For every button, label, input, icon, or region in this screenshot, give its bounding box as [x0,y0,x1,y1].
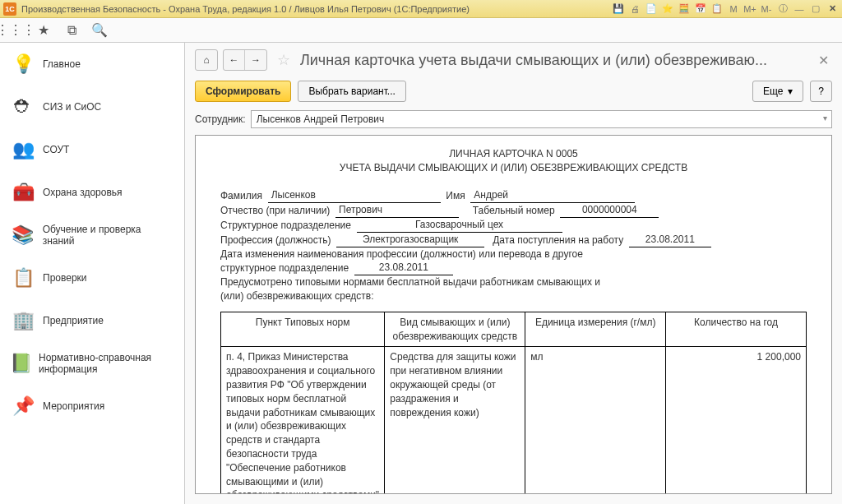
medkit-icon: 🧰 [10,179,36,206]
sidebar-item-label: СОУТ [43,144,69,155]
sidebar-item-enterprise[interactable]: 🏢Предприятие [0,299,184,342]
zoom-in-icon[interactable]: M+ [743,2,756,16]
th-qty: Количество на год [666,312,807,347]
sidebar-item-events[interactable]: 📌Мероприятия [0,385,184,428]
home-button[interactable]: ⌂ [196,50,217,70]
lamp-icon: 💡 [10,51,36,77]
th-unit: Единица измерения (г/мл) [525,312,666,347]
pin-icon: 📌 [10,393,36,419]
sidebar: 💡Главное ⛑СИЗ и СиОС 👥СОУТ 🧰Охрана здоро… [0,43,185,504]
table-row: п. 4, Приказ Министерства здравоохранени… [221,347,807,494]
cell-unit: мл [525,347,666,494]
help-button[interactable]: ? [810,81,832,102]
reference-icon: 📗 [10,350,32,377]
panel-handle[interactable] [195,284,196,308]
home-nav: ⌂ [195,49,218,71]
sidebar-item-health[interactable]: 🧰Охрана здоровья [0,171,184,214]
document-body: ЛИЧНАЯ КАРТОЧКА N 0005 УЧЕТА ВЫДАЧИ СМЫВ… [196,136,831,494]
sidebar-item-label: Главное [43,58,81,70]
row-patronymic: Отчество (при наличии) Петрович Табельны… [220,203,807,218]
cell-qty: 1 200,000 [666,347,807,494]
titlebar-icons: 💾 🖨 📄 ⭐ 🧮 📅 📋 M M+ M- ⓘ — ▢ ✕ [612,2,839,16]
doc-title-2: УЧЕТА ВЫДАЧИ СМЫВАЮЩИХ И (ИЛИ) ОБЕЗВРЕЖИ… [220,161,807,175]
favorite-toggle-icon[interactable]: ☆ [277,51,290,69]
notes-icon[interactable]: 📋 [710,2,724,16]
top-toolbar: ⋮⋮⋮ ★ ⧉ 🔍 [0,18,842,43]
window-titlebar: 1C Производственная Безопасность - Охран… [0,0,842,18]
action-bar: Сформировать Выбрать вариант... Еще▾ ? [185,77,842,109]
sidebar-item-siz[interactable]: ⛑СИЗ и СиОС [0,86,184,128]
doc-title-1: ЛИЧНАЯ КАРТОЧКА N 0005 [220,147,807,161]
building-icon: 🏢 [10,307,36,334]
search-icon[interactable]: 🔍 [92,23,107,38]
sidebar-item-label: Мероприятия [43,400,104,412]
sidebar-item-label: Предприятие [43,315,104,326]
save-icon[interactable]: 💾 [612,2,625,16]
sidebar-item-label: Обучение и проверка знаний [43,224,174,247]
forward-button[interactable]: → [245,50,266,70]
maximize-icon[interactable]: ▢ [809,2,822,16]
print-icon[interactable]: 🖨 [628,2,641,16]
sidebar-item-label: Охрана здоровья [43,187,123,198]
sidebar-item-main[interactable]: 💡Главное [0,43,184,86]
form-button[interactable]: Сформировать [195,81,291,102]
calendar-icon[interactable]: 📅 [694,2,707,16]
row-prof: Профессия (должность) Электрогазосварщик… [220,233,807,247]
page-close-button[interactable]: ✕ [815,53,832,68]
clipboard-icon[interactable]: ⧉ [64,23,79,38]
row-name: Фамилия Лысенков Имя Андрей [220,188,807,203]
more-button[interactable]: Еще▾ [752,81,803,102]
row-dept: Структурное подразделение Газосварочный … [220,218,807,233]
document-viewport[interactable]: ЛИЧНАЯ КАРТОЧКА N 0005 УЧЕТА ВЫДАЧИ СМЫВ… [195,135,832,494]
favorite-icon[interactable]: ⭐ [661,2,674,16]
app-logo: 1C [3,2,16,16]
employee-row: Сотрудник: Лысенков Андрей Петрович [185,109,842,135]
page-title: Личная карточка учета выдачи смывающих и… [300,52,810,69]
variant-button[interactable]: Выбрать вариант... [298,81,405,102]
norms-table: Пункт Типовых норм Вид смывающих и (или)… [220,312,807,494]
sidebar-item-sout[interactable]: 👥СОУТ [0,128,184,171]
sidebar-item-reference[interactable]: 📗Нормативно-справочная информация [0,342,184,385]
sidebar-item-label: Проверки [43,272,87,284]
employee-label: Сотрудник: [195,113,246,125]
employee-combo[interactable]: Лысенков Андрей Петрович [251,110,832,128]
page-header: ⌂ ← → ☆ Личная карточка учета выдачи смы… [185,43,842,77]
star-icon[interactable]: ★ [36,23,51,38]
th-type: Вид смывающих и (или) обезвреживающих ср… [385,312,525,347]
helmet-icon: ⛑ [10,94,36,120]
history-nav: ← → [223,49,267,71]
cell-type: Средства для защиты кожи при негативном … [385,347,525,494]
sidebar-item-label: Нормативно-справочная информация [39,352,174,375]
back-button[interactable]: ← [224,50,245,70]
checklist-icon: 📋 [10,265,36,291]
info-icon[interactable]: ⓘ [776,2,789,16]
row-norms2: (или) обезвреживающих средств: [220,289,807,303]
calc-icon[interactable]: 🧮 [678,2,691,16]
th-norms: Пункт Типовых норм [221,312,385,347]
row-change2: структурное подразделение 23.08.2011 [220,261,807,275]
doc-icon[interactable]: 📄 [645,2,658,16]
close-window-icon[interactable]: ✕ [826,2,839,16]
apps-icon[interactable]: ⋮⋮⋮ [8,23,23,38]
zoom-reset-icon[interactable]: M [727,2,740,16]
row-norms1: Предусмотрено типовыми нормами бесплатно… [220,275,807,289]
people-icon: 👥 [10,136,36,163]
sidebar-item-training[interactable]: 📚Обучение и проверка знаний [0,214,184,257]
row-change1: Дата изменения наименования профессии (д… [220,247,807,261]
chevron-down-icon: ▾ [788,86,793,97]
cell-norms: п. 4, Приказ Министерства здравоохранени… [221,347,385,494]
window-title: Производственная Безопасность - Охрана Т… [21,4,612,14]
sidebar-item-checks[interactable]: 📋Проверки [0,257,184,299]
content-area: ⌂ ← → ☆ Личная карточка учета выдачи смы… [185,43,842,504]
books-icon: 📚 [10,222,36,248]
minimize-icon[interactable]: — [793,2,806,16]
sidebar-item-label: СИЗ и СиОС [43,101,101,113]
zoom-out-icon[interactable]: M- [760,2,773,16]
